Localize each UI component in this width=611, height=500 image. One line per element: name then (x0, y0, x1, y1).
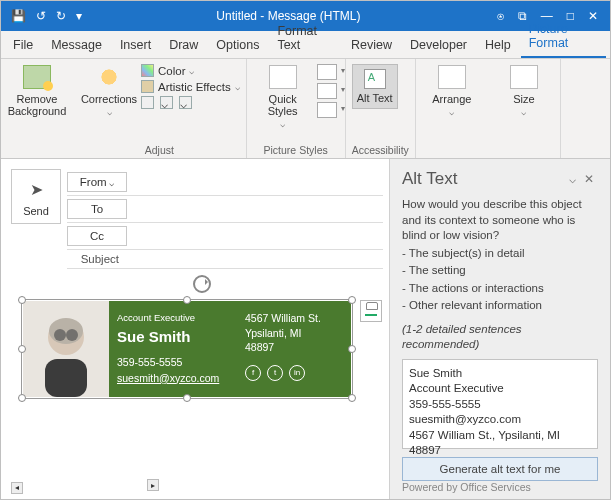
undo-icon[interactable]: ↺ (36, 9, 46, 23)
tab-draw[interactable]: Draw (161, 32, 206, 58)
size-button[interactable]: Size⌵ (494, 61, 554, 117)
svg-rect-5 (45, 359, 87, 397)
signature-photo (23, 301, 109, 397)
linkedin-icon: in (289, 365, 305, 381)
alt-bullet: - Other relevant information (402, 298, 598, 314)
scroll-right-icon[interactable]: ▸ (147, 479, 159, 491)
sig-zip: 48897 (245, 340, 345, 355)
alt-hint: (1-2 detailed sentences recommended) (402, 322, 598, 353)
remove-background-button[interactable]: Remove Background (7, 61, 67, 117)
svg-point-2 (49, 318, 83, 344)
tab-insert[interactable]: Insert (112, 32, 159, 58)
rotate-handle-icon[interactable] (193, 275, 211, 293)
resize-handle[interactable] (348, 345, 356, 353)
tab-file[interactable]: File (5, 32, 41, 58)
scroll-left-icon[interactable]: ◂ (11, 482, 23, 494)
sig-name: Sue Smith (117, 326, 231, 349)
from-button[interactable]: From (67, 172, 127, 192)
selected-picture[interactable]: Account Executive Sue Smith 359-555-5555… (21, 299, 353, 399)
alt-text-button[interactable]: Alt Text (352, 64, 398, 109)
to-button[interactable]: To (67, 199, 127, 219)
pane-options-icon[interactable]: ⌵ (565, 172, 580, 186)
alt-bullet: - The subject(s) in detail (402, 246, 598, 262)
resize-handle[interactable] (348, 394, 356, 402)
arrange-label: Arrange (432, 93, 471, 105)
compress-pictures-icon[interactable] (141, 96, 154, 109)
redo-icon[interactable]: ↻ (56, 9, 66, 23)
tab-help[interactable]: Help (477, 32, 519, 58)
sig-street: 4567 William St. (245, 311, 345, 326)
alt-text-label: Alt Text (353, 92, 397, 104)
reset-picture-icon[interactable]: ⌵ (179, 96, 192, 109)
message-compose-area: ➤ Send From To Cc Subject A (1, 159, 389, 499)
resize-handle[interactable] (183, 296, 191, 304)
horizontal-scrollbar[interactable]: ◂ ▸ (11, 479, 159, 491)
color-label: Color (158, 65, 185, 77)
group-adjust: Adjust (79, 142, 240, 158)
quick-styles-button[interactable]: Quick Styles⌵ (253, 61, 313, 129)
arrange-button[interactable]: Arrange⌵ (422, 61, 482, 117)
pane-close-icon[interactable]: ✕ (580, 172, 598, 186)
picture-layout-menu[interactable] (317, 102, 337, 118)
tab-options[interactable]: Options (208, 32, 267, 58)
signature-image: Account Executive Sue Smith 359-555-5555… (23, 301, 351, 397)
twitter-icon: t (267, 365, 283, 381)
remove-background-label: Remove Background (7, 93, 67, 117)
tab-review[interactable]: Review (343, 32, 400, 58)
alt-bullet: - The actions or interactions (402, 281, 598, 297)
sig-email: suesmith@xyzco.com (117, 371, 231, 387)
quick-styles-label: Quick Styles (268, 93, 298, 117)
alt-text-input[interactable]: Sue Smith Account Executive 359-555-5555… (402, 359, 598, 449)
size-label: Size (513, 93, 534, 105)
coming-soon-icon[interactable]: ⍟ (497, 9, 504, 23)
tab-format-text[interactable]: Format Text (269, 18, 341, 58)
pane-title: Alt Text (402, 169, 565, 189)
color-menu[interactable]: Color⌵ (141, 64, 240, 77)
send-button[interactable]: ➤ Send (11, 169, 61, 224)
subject-label: Subject (67, 253, 127, 265)
sig-role: Account Executive (117, 311, 231, 325)
picture-effects-menu[interactable] (317, 83, 337, 99)
tab-picture-format[interactable]: Picture Format (521, 16, 606, 58)
ribbon: Remove Background Corrections⌵ Color⌵ Ar… (1, 59, 610, 159)
ribbon-tabs: File Message Insert Draw Options Format … (1, 31, 610, 59)
corrections-label: Corrections (81, 93, 137, 105)
corrections-button[interactable]: Corrections⌵ (79, 61, 139, 117)
tab-message[interactable]: Message (43, 32, 110, 58)
svg-point-4 (66, 329, 78, 341)
cc-button[interactable]: Cc (67, 226, 127, 246)
resize-handle[interactable] (18, 345, 26, 353)
picture-border-menu[interactable] (317, 64, 337, 80)
sig-city: Ypsilanti, MI (245, 326, 345, 341)
alt-text-pane: Alt Text ⌵ ✕ How would you describe this… (389, 159, 610, 499)
generate-alt-text-button[interactable]: Generate alt text for me (402, 457, 598, 481)
svg-point-3 (54, 329, 66, 341)
resize-handle[interactable] (183, 394, 191, 402)
tab-developer[interactable]: Developer (402, 32, 475, 58)
layout-options-icon[interactable] (360, 300, 382, 322)
artistic-label: Artistic Effects (158, 81, 231, 93)
alt-bullet: - The setting (402, 263, 598, 279)
change-picture-icon[interactable]: ⌵ (160, 96, 173, 109)
group-picture-styles: Picture Styles (253, 142, 339, 158)
resize-handle[interactable] (348, 296, 356, 304)
qat-customize-icon[interactable]: ▾ (76, 9, 82, 23)
resize-handle[interactable] (18, 394, 26, 402)
send-icon: ➤ (30, 180, 43, 199)
pane-footer: Powered by Office Services (402, 481, 598, 493)
sig-phone: 359-555-5555 (117, 355, 231, 371)
artistic-effects-menu[interactable]: Artistic Effects⌵ (141, 80, 240, 93)
alt-intro: How would you describe this object and i… (402, 197, 598, 244)
group-accessibility: Accessibility (352, 142, 409, 158)
save-icon[interactable]: 💾 (11, 9, 26, 23)
facebook-icon: f (245, 365, 261, 381)
send-label: Send (16, 205, 56, 217)
resize-handle[interactable] (18, 296, 26, 304)
